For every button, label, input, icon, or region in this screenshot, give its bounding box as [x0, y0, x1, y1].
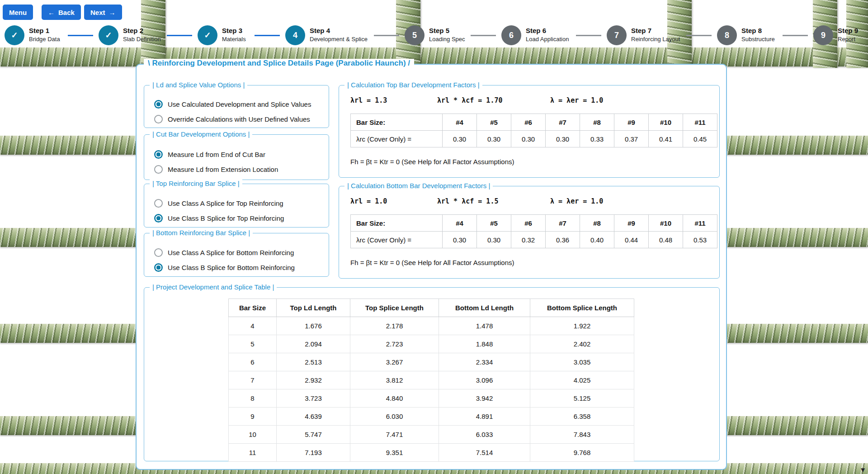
bottom-factor-equations: λrl = 1.0 λrl * λcf = 1.5 λ = λer = 1.0 — [350, 197, 603, 205]
step-6-subtitle: Load Application — [526, 36, 569, 43]
cell: 3.035 — [530, 353, 634, 371]
factor-value: 0.30 — [477, 232, 511, 248]
radio-selected-icon[interactable] — [154, 100, 163, 109]
fieldset-legend: Calculation Top Bar Development Factors — [344, 81, 482, 89]
bar-size-col: #11 — [683, 114, 717, 131]
cell: 2.723 — [350, 335, 439, 353]
table-row: 8 3.723 4.840 3.942 5.125 — [229, 389, 634, 408]
step-7-reinforcing-layout[interactable]: 7 Step 7 Reinforcing Layout — [607, 25, 680, 45]
next-button[interactable]: Next → — [84, 5, 122, 20]
cell: 4.891 — [439, 408, 530, 426]
cell: 5.125 — [530, 389, 634, 408]
scroll-down-arrow-icon[interactable]: ▼ — [859, 466, 866, 473]
step-connector — [471, 35, 496, 36]
radio-use-calculated-values[interactable]: Use Calculated Development and Splice Va… — [154, 98, 329, 110]
factor-value: 0.32 — [511, 232, 546, 248]
radio-unselected-icon[interactable] — [154, 199, 163, 208]
step-3-materials[interactable]: ✓ Step 3 Materials — [198, 25, 246, 45]
cell: 4.840 — [350, 389, 439, 408]
fieldset-legend: Bottom Reinforcing Bar Splice — [150, 229, 253, 237]
radio-class-a-top[interactable]: Use Class A Splice for Top Reinforcing — [154, 197, 329, 209]
step-connector — [255, 35, 280, 36]
step-connector — [576, 35, 601, 36]
lambda-rl-equation: λrl = 1.0 — [350, 197, 437, 205]
step-5-loading-spec[interactable]: 5 Step 5 Loading Spec — [405, 25, 465, 45]
bar-size-col: #5 — [477, 114, 511, 131]
bottom-factors-table: Bar Size: #4 #5 #6 #7 #8 #9 #10 #11 λrc … — [350, 214, 717, 248]
table-row: 9 4.639 6.030 4.891 6.358 — [229, 408, 634, 426]
cell: 6.358 — [530, 408, 634, 426]
fieldset-legend: Top Reinforcing Bar Splice — [150, 180, 242, 187]
cell: 4.025 — [530, 371, 634, 389]
cell: 7.193 — [277, 444, 350, 462]
lambda-er-equation: λ = λer = 1.0 — [550, 96, 603, 104]
cell: 2.334 — [439, 353, 530, 371]
radio-override-user-defined[interactable]: Override Calculations with User Defined … — [154, 113, 329, 125]
fieldset-project-development-splice-table: Project Development and Splice Table Bar… — [144, 287, 720, 461]
radio-class-a-bottom[interactable]: Use Class A Splice for Bottom Reinforcin… — [154, 246, 329, 259]
cell: 3.942 — [439, 389, 530, 408]
step-2-slab-definition[interactable]: ✓ Step 2 Slab Definition — [99, 25, 161, 45]
step-7-title: Step 7 — [631, 27, 680, 35]
cell: 2.402 — [530, 335, 634, 353]
fieldset-legend: Project Development and Splice Table — [150, 283, 277, 291]
col-header-bar-size: Bar Size — [229, 299, 277, 317]
step-connector — [68, 35, 93, 36]
fieldset-bottom-reinforcing-bar-splice: Bottom Reinforcing Bar Splice Use Class … — [144, 233, 329, 277]
project-splice-table: Bar Size Top Ld Length Top Splice Length… — [228, 299, 634, 462]
step-2-check-icon: ✓ — [99, 25, 118, 45]
step-connector — [686, 35, 712, 36]
step-9-subtitle: Report — [838, 36, 858, 43]
step-6-number: 6 — [501, 25, 521, 45]
table-row: λrc (Cover Only) = 0.30 0.30 0.32 0.36 0… — [351, 232, 717, 248]
table-row: λrc (Cover Only) = 0.30 0.30 0.30 0.30 0… — [351, 131, 717, 147]
step-9-number: 9 — [813, 25, 833, 45]
factor-value: 0.44 — [614, 232, 649, 248]
radio-class-b-top[interactable]: Use Class B Splice for Top Reinforcing — [154, 212, 329, 224]
cell: 9 — [229, 408, 277, 426]
factor-value: 0.33 — [580, 131, 614, 147]
step-9-report[interactable]: 9 Step 9 Report — [813, 25, 858, 45]
radio-measure-ld-end-of-cut-bar[interactable]: Measure Ld from End of Cut Bar — [154, 148, 329, 161]
cell: 5 — [229, 335, 277, 353]
step-1-title: Step 1 — [29, 27, 60, 35]
bar-size-col: #6 — [511, 114, 546, 131]
step-8-substructure[interactable]: 8 Step 8 Substructure — [717, 25, 775, 45]
step-4-title: Step 4 — [310, 27, 368, 35]
table-row: 7 2.932 3.812 3.096 4.025 — [229, 371, 634, 389]
next-arrow-icon: → — [109, 9, 116, 16]
radio-unselected-icon[interactable] — [154, 165, 163, 174]
radio-class-b-bottom[interactable]: Use Class B Splice for Bottom Reinforcin… — [154, 261, 329, 274]
cell: 6 — [229, 353, 277, 371]
radio-unselected-icon[interactable] — [154, 248, 163, 257]
bar-size-col: #4 — [443, 114, 477, 131]
cell: 1.848 — [439, 335, 530, 353]
lambda-rl-cf-equation: λrl * λcf = 1.70 — [437, 96, 550, 104]
step-4-development-splice[interactable]: 4 Step 4 Development & Splice — [285, 25, 368, 45]
fieldset-cut-bar-development-options: Cut Bar Development Options Measure Ld f… — [144, 134, 329, 180]
fieldset-legend: Cut Bar Development Options — [150, 130, 252, 138]
factor-value: 0.48 — [649, 232, 683, 248]
menu-button[interactable]: Menu — [3, 5, 33, 20]
cell: 2.094 — [277, 335, 350, 353]
step-3-title: Step 3 — [222, 27, 246, 35]
step-8-subtitle: Substructure — [741, 36, 775, 43]
step-5-title: Step 5 — [429, 27, 465, 35]
cell: 6.033 — [439, 426, 530, 444]
radio-measure-ld-extension-location[interactable]: Measure Ld from Extension Location — [154, 163, 329, 175]
lambda-rc-row-label: λrc (Cover Only) = — [351, 131, 443, 147]
radio-unselected-icon[interactable] — [154, 115, 163, 123]
cell: 3.267 — [350, 353, 439, 371]
step-6-load-application[interactable]: 6 Step 6 Load Application — [501, 25, 569, 45]
cell: 3.812 — [350, 371, 439, 389]
step-1-bridge-data[interactable]: ✓ Step 1 Bridge Data — [5, 25, 60, 45]
radio-label: Use Class B Splice for Bottom Reinforcin… — [168, 264, 295, 271]
factor-value: 0.37 — [614, 131, 649, 147]
radio-selected-icon[interactable] — [154, 150, 163, 159]
radio-selected-icon[interactable] — [154, 214, 163, 223]
factor-value: 0.30 — [443, 131, 477, 147]
back-button[interactable]: ← Back — [42, 5, 81, 20]
cell: 9.351 — [350, 444, 439, 462]
radio-selected-icon[interactable] — [154, 263, 163, 272]
radio-label: Measure Ld from Extension Location — [168, 166, 278, 173]
